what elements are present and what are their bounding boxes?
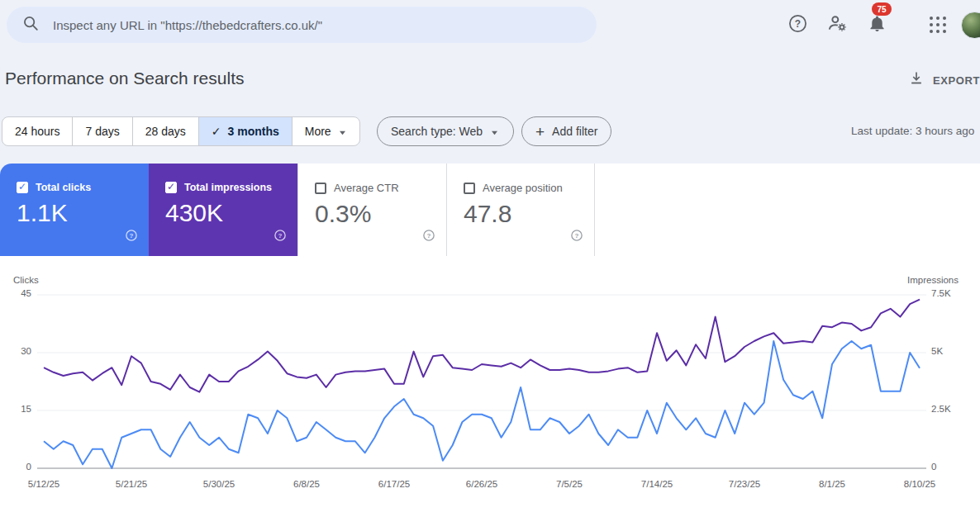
metric-card-total-impressions[interactable]: Total impressions 430K ? bbox=[149, 164, 297, 256]
left-axis-tick: 15 bbox=[3, 404, 31, 414]
user-settings-button[interactable] bbox=[821, 8, 854, 41]
avatar[interactable] bbox=[961, 12, 980, 39]
help-icon[interactable]: ? bbox=[274, 229, 287, 245]
help-icon[interactable]: ? bbox=[570, 229, 583, 245]
notifications-button[interactable]: 75 bbox=[860, 8, 893, 41]
help-button[interactable]: ? bbox=[781, 8, 814, 41]
checkbox-unchecked-icon[interactable] bbox=[464, 183, 475, 194]
help-icon[interactable]: ? bbox=[125, 229, 138, 245]
metric-label: Average CTR bbox=[334, 182, 399, 194]
performance-chart[interactable]: Clicks Impressions 4530150 7.5K5K2.5K0 5… bbox=[0, 273, 980, 504]
metric-cards: Total clicks 1.1K ? Total impressions 43… bbox=[0, 164, 595, 256]
add-filter-button[interactable]: + Add filter bbox=[521, 116, 611, 146]
export-button[interactable]: EXPORT bbox=[908, 70, 980, 90]
tab-28-days[interactable]: 28 days bbox=[133, 117, 199, 145]
right-axis-tick: 0 bbox=[931, 462, 977, 472]
tab-7-days[interactable]: 7 days bbox=[73, 117, 132, 145]
apps-grid-icon bbox=[930, 17, 946, 33]
metric-label: Average position bbox=[483, 182, 563, 194]
svg-text:?: ? bbox=[278, 232, 283, 240]
left-axis-tick: 30 bbox=[3, 346, 31, 356]
metric-label: Total clicks bbox=[36, 182, 91, 193]
metric-label: Total impressions bbox=[184, 182, 272, 193]
checkmark-icon: ✓ bbox=[212, 125, 221, 138]
tab-label: 7 days bbox=[85, 125, 119, 138]
x-axis-date-label: 5/12/25 bbox=[9, 479, 78, 489]
tab-more[interactable]: More bbox=[293, 117, 359, 145]
impressions-line bbox=[44, 300, 920, 392]
right-axis-tick: 7.5K bbox=[931, 288, 977, 298]
date-range-selector: 24 hours 7 days 28 days ✓ 3 months More bbox=[2, 116, 360, 146]
x-axis-date-label: 6/8/25 bbox=[272, 479, 341, 489]
tab-label: 28 days bbox=[145, 125, 186, 138]
left-axis-tick: 45 bbox=[3, 288, 31, 298]
export-label: EXPORT bbox=[933, 74, 980, 87]
chart-canvas[interactable] bbox=[0, 273, 980, 496]
svg-text:?: ? bbox=[794, 17, 800, 29]
metric-value: 1.1K bbox=[17, 199, 149, 227]
svg-text:?: ? bbox=[427, 232, 431, 240]
svg-text:?: ? bbox=[130, 232, 134, 240]
metric-card-total-clicks[interactable]: Total clicks 1.1K ? bbox=[0, 164, 149, 256]
help-icon: ? bbox=[787, 13, 808, 37]
tab-label: 24 hours bbox=[15, 125, 59, 138]
search-type-dropdown[interactable]: Search type: Web bbox=[377, 116, 514, 146]
right-axis-tick: 2.5K bbox=[931, 404, 977, 414]
x-axis-date-label: 8/1/25 bbox=[797, 479, 867, 489]
checkbox-checked-icon[interactable] bbox=[165, 182, 177, 193]
tab-3-months[interactable]: ✓ 3 months bbox=[199, 117, 293, 145]
search-icon bbox=[21, 14, 40, 36]
x-axis-date-label: 7/14/25 bbox=[622, 479, 692, 489]
chevron-down-icon bbox=[490, 125, 499, 138]
search-type-label: Search type: Web bbox=[391, 125, 483, 138]
tab-24-hours[interactable]: 24 hours bbox=[2, 117, 73, 145]
plus-icon: + bbox=[535, 124, 545, 140]
checkbox-checked-icon[interactable] bbox=[17, 182, 28, 193]
x-axis-date-label: 5/21/25 bbox=[97, 479, 166, 489]
x-axis-date-label: 7/23/25 bbox=[710, 479, 779, 489]
svg-text:?: ? bbox=[575, 232, 579, 240]
url-inspect-searchbox[interactable]: Inspect any URL in "https://thebedcrafte… bbox=[7, 7, 597, 43]
metric-value: 0.3% bbox=[315, 200, 446, 228]
metric-value: 430K bbox=[165, 199, 297, 227]
google-apps-button[interactable] bbox=[921, 8, 954, 41]
last-update-text: Last update: 3 hours ago bbox=[851, 125, 974, 137]
x-axis-date-label: 8/10/25 bbox=[885, 479, 954, 489]
tab-label: More bbox=[305, 125, 331, 138]
add-filter-label: Add filter bbox=[552, 125, 597, 138]
x-axis-date-label: 7/5/25 bbox=[535, 479, 604, 489]
right-axis-tick: 5K bbox=[931, 346, 977, 356]
manage-account-icon bbox=[826, 12, 848, 37]
bell-icon bbox=[868, 14, 887, 36]
x-axis-date-label: 5/30/25 bbox=[184, 479, 254, 489]
tab-label: 3 months bbox=[228, 125, 279, 138]
help-icon[interactable]: ? bbox=[422, 229, 435, 245]
clicks-line bbox=[44, 341, 920, 468]
metric-value: 47.8 bbox=[464, 200, 594, 228]
left-axis-tick: 0 bbox=[3, 462, 31, 472]
chevron-down-icon bbox=[338, 125, 347, 138]
checkbox-unchecked-icon[interactable] bbox=[315, 183, 326, 194]
notification-badge: 75 bbox=[872, 2, 892, 16]
metric-card-average-position[interactable]: Average position 47.8 ? bbox=[446, 164, 595, 256]
x-axis-date-label: 6/26/25 bbox=[447, 479, 516, 489]
download-icon bbox=[908, 70, 925, 90]
search-placeholder: Inspect any URL in "https://thebedcrafte… bbox=[53, 18, 322, 32]
x-axis-date-label: 6/17/25 bbox=[359, 479, 429, 489]
metric-card-average-ctr[interactable]: Average CTR 0.3% ? bbox=[297, 164, 446, 256]
page-title: Performance on Search results bbox=[5, 69, 244, 88]
